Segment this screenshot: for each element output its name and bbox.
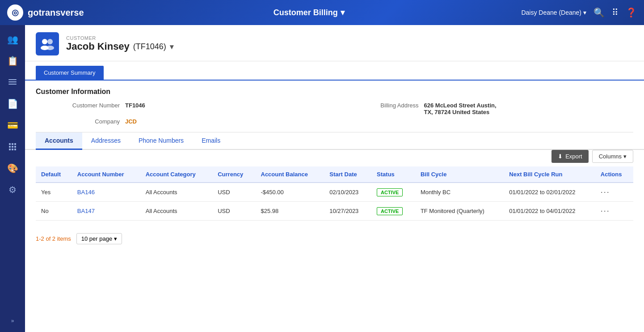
table-header-row: Default Account Number Account Category … [36,166,633,183]
customer-id: (TF1046) [133,42,166,51]
row2-bill-cycle: TF Monitored (Quarterly) [415,202,504,221]
sidebar-item-billing[interactable] [3,72,22,92]
svg-rect-0 [8,79,17,80]
per-page-arrow-icon: ▾ [114,235,117,242]
accounts-table-section: ⬇ Export Columns ▾ Default Account Numbe… [25,150,644,228]
svg-rect-9 [9,149,11,150]
company-value[interactable]: JCD [125,118,335,125]
grid-icon[interactable]: ⠿ [612,7,619,18]
help-icon[interactable]: ❓ [626,7,637,18]
table-row: No BA147 All Accounts USD $25.98 10/27/2… [36,202,633,221]
sidebar-item-documents[interactable]: 📄 [3,94,22,114]
tabs-bar: Accounts Addresses Phone Numbers Emails [25,132,644,150]
logo-area[interactable]: ◎ gotransverse [7,4,97,21]
customer-information-title: Customer Information [36,88,633,96]
col-currency[interactable]: Currency [212,166,255,183]
svg-rect-8 [14,146,16,148]
customer-name-text: Jacob Kinsey [66,41,130,52]
row1-status: ACTIVE [371,183,415,202]
sidebar: 👥 📋 📄 💳 🎨 ⚙ » [0,25,25,332]
svg-point-13 [47,39,53,44]
tab-addresses[interactable]: Addresses [82,132,130,150]
col-account-category[interactable]: Account Category [140,166,212,183]
svg-rect-6 [9,146,11,148]
app-name: gotransverse [28,8,84,18]
sidebar-item-reports[interactable] [3,137,22,157]
customer-name: Jacob Kinsey (TF1046) ▾ [66,41,173,52]
customer-avatar [36,32,59,55]
columns-label: Columns [599,153,622,160]
row2-start-date: 10/27/2023 [324,202,371,221]
accounts-table: Default Account Number Account Category … [36,166,633,221]
per-page-label: 10 per page [81,235,112,242]
row2-account-category: All Accounts [140,202,212,221]
customer-header: CUSTOMER Jacob Kinsey (TF1046) ▾ [25,25,644,61]
col-account-balance[interactable]: Account Balance [256,166,324,183]
nav-title-text: Customer Billing [274,8,338,17]
row1-next-bill-cycle-run: 01/01/2022 to 02/01/2022 [504,183,595,202]
sidebar-item-payments[interactable]: 💳 [3,115,22,135]
nav-title-dropdown-icon[interactable]: ▾ [341,8,345,17]
customer-number-label: Customer Number [36,102,125,115]
user-name: Daisy Deane (Deane) [521,9,581,16]
row1-bill-cycle: Monthly BC [415,183,504,202]
search-icon[interactable]: 🔍 [593,7,605,18]
user-menu[interactable]: Daisy Deane (Deane) ▾ [521,9,586,16]
tab-accounts[interactable]: Accounts [36,132,82,150]
company-label: Company [36,118,125,125]
top-navigation: ◎ gotransverse Customer Billing ▾ Daisy … [0,0,644,25]
tab-emails[interactable]: Emails [193,132,229,150]
svg-rect-3 [9,143,11,145]
main-content: CUSTOMER Jacob Kinsey (TF1046) ▾ Custome… [25,25,644,332]
svg-rect-5 [14,143,16,145]
export-icon: ⬇ [558,153,563,160]
svg-rect-10 [12,149,13,150]
nav-title[interactable]: Customer Billing ▾ [97,8,521,17]
col-start-date[interactable]: Start Date [324,166,371,183]
sidebar-item-customers[interactable]: 👥 [3,30,22,49]
row1-account-number[interactable]: BA146 [72,183,140,202]
col-actions: Actions [595,166,633,183]
col-bill-cycle[interactable]: Bill Cycle [415,166,504,183]
sidebar-expand-button[interactable]: » [3,314,22,328]
page-tabs: Customer Summary [25,61,644,80]
svg-rect-1 [8,81,17,82]
sidebar-item-settings[interactable]: ⚙ [3,180,22,200]
columns-button[interactable]: Columns ▾ [592,150,633,163]
row2-actions[interactable]: ··· [595,202,633,221]
pagination: 1-2 of 2 items 10 per page ▾ [25,228,644,250]
row1-actions-button[interactable]: ··· [601,187,610,197]
tab-phone-numbers[interactable]: Phone Numbers [130,132,193,150]
svg-rect-2 [8,84,17,85]
col-next-bill-cycle-run[interactable]: Next Bill Cycle Run [504,166,595,183]
per-page-dropdown[interactable]: 10 per page ▾ [76,233,122,244]
svg-rect-11 [14,149,16,150]
customer-label: CUSTOMER [66,35,173,41]
nav-right: Daisy Deane (Deane) ▾ 🔍 ⠿ ❓ [521,7,637,18]
row1-currency: USD [212,183,255,202]
row2-currency: USD [212,202,255,221]
row1-default: Yes [36,183,72,202]
sidebar-item-orders[interactable]: 📋 [3,51,22,71]
sidebar-item-palette[interactable]: 🎨 [3,158,22,178]
billing-address-label: Billing Address [335,102,424,115]
main-layout: 👥 📋 📄 💳 🎨 ⚙ » CUSTOMER [0,25,644,332]
row2-next-bill-cycle-run: 01/01/2022 to 04/01/2022 [504,202,595,221]
col-status[interactable]: Status [371,166,415,183]
col-account-number[interactable]: Account Number [72,166,140,183]
customer-dropdown-icon[interactable]: ▾ [170,43,173,51]
row1-actions[interactable]: ··· [595,183,633,202]
row2-actions-button[interactable]: ··· [601,206,610,216]
user-dropdown-icon: ▾ [583,9,586,16]
export-button[interactable]: ⬇ Export [551,150,589,163]
customer-info: CUSTOMER Jacob Kinsey (TF1046) ▾ [66,35,173,52]
row1-status-badge: ACTIVE [377,188,403,196]
row1-account-balance: -$450.00 [256,183,324,202]
customer-info-grid: Customer Number TF1046 Billing Address 6… [36,102,633,125]
customer-summary-tab[interactable]: Customer Summary [36,66,104,80]
row2-account-number[interactable]: BA147 [72,202,140,221]
row2-account-balance: $25.98 [256,202,324,221]
col-default: Default [36,166,72,183]
row1-account-category: All Accounts [140,183,212,202]
pagination-info: 1-2 of 2 items [36,235,71,242]
